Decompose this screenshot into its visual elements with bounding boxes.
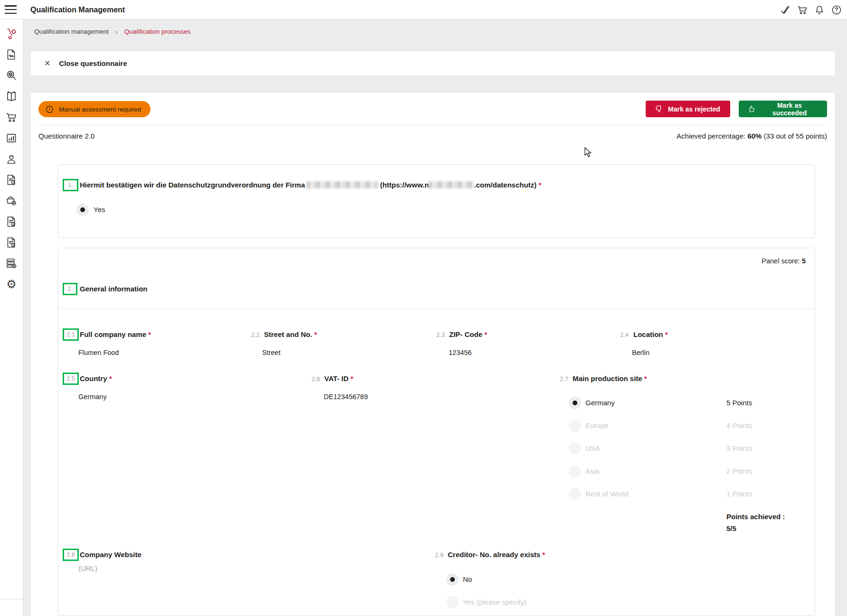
field-2-6-value: DE123456789 <box>324 392 368 401</box>
option-europe-points: 4 Points <box>726 421 752 430</box>
bell-icon[interactable] <box>813 4 825 16</box>
top-app-bar: Qualification Management <box>0 0 847 19</box>
option-usa-points: 3 Points <box>726 444 752 453</box>
points-achieved-label: Points achieved : <box>726 512 785 522</box>
option-europe-radio <box>569 420 581 432</box>
field-2-3-number: 2.3 <box>436 331 445 338</box>
mark-as-succeeded-button[interactable]: Mark as succeeded <box>739 101 827 117</box>
field-2-2-number: 2.2 <box>251 331 260 338</box>
sidebar-item-basket-clock-icon[interactable] <box>0 193 23 209</box>
breadcrumb: Qualification management › Qualification… <box>34 26 190 37</box>
chevron-right-icon: › <box>115 28 118 36</box>
option-germany-points: 5 Points <box>726 398 752 408</box>
option-yes-specify-label: Yes (please specify) <box>463 597 527 607</box>
field-2-1-number: 2.1 <box>63 328 79 341</box>
field-2-1-value: Flumen Food <box>78 348 119 357</box>
sidebar-item-gear-icon[interactable]: ⚙ <box>0 276 23 292</box>
achieved-percentage: Achieved percentage: 60% (33 out of 55 p… <box>677 132 827 140</box>
question-2-8-label: Company Website <box>80 550 141 560</box>
question-2-8-hint: (URL) <box>78 564 97 573</box>
mark-as-rejected-button[interactable]: Mark as rejected <box>646 101 730 117</box>
section-2-number-marker: 2. <box>63 283 77 295</box>
panel-score-value: 5 <box>802 257 806 265</box>
close-questionnaire-bar[interactable]: ✕ Close questionnaire <box>31 51 835 75</box>
field-2-3-label: ZIP- Code * <box>449 330 487 339</box>
svg-text:§: § <box>12 222 14 225</box>
option-rest-of-world-points: 1 Points <box>726 489 752 499</box>
divider <box>38 125 827 125</box>
redacted-company-name <box>307 181 378 188</box>
svg-text:§: § <box>12 243 14 246</box>
question-2-8-number: 2.8 <box>63 549 79 561</box>
question-1-text: Hiermit bestätigen wir die Datenschutzgr… <box>80 179 541 191</box>
question-2-9-number: 2.9 <box>435 551 443 559</box>
sidebar-item-procurement-dolly-icon[interactable] <box>0 26 23 42</box>
option-europe-label: Europe <box>585 421 608 430</box>
svg-text:%: % <box>12 180 15 184</box>
field-2-6-label: VAT- ID * <box>324 374 353 383</box>
sidebar-item-contract-handshake-icon[interactable] <box>0 47 23 63</box>
field-2-4-number: 2.4 <box>620 331 629 338</box>
sidebar-item-document-percent-icon[interactable]: % <box>0 172 23 188</box>
sidebar-item-document-paragraph-2-icon[interactable]: § <box>0 234 23 251</box>
sidebar-divider <box>0 599 23 599</box>
sidebar-item-user-icon[interactable] <box>0 151 23 167</box>
section-2-card: Panel score: 5 2. General information 2.… <box>58 248 815 616</box>
option-rest-of-world-radio <box>569 488 581 500</box>
question-1-yes-radio[interactable] <box>76 204 89 216</box>
help-icon[interactable] <box>830 4 842 16</box>
sidebar-item-list-check-icon[interactable] <box>0 255 23 271</box>
sidebar-item-product-search-icon[interactable] <box>0 67 23 84</box>
field-2-5-number: 2.5 <box>63 373 79 385</box>
alert-icon <box>45 105 54 114</box>
field-2-1-label: Full company name * <box>80 330 151 339</box>
question-2-7-number: 2.7 <box>560 375 568 383</box>
question-1-card: 1. Hiermit bestätigen wir die Datenschut… <box>58 164 815 238</box>
field-2-2-value: Street <box>262 348 281 357</box>
sidebar-item-bar-chart-icon[interactable] <box>0 130 23 146</box>
option-germany-radio[interactable] <box>569 397 581 409</box>
status-badge-label: Manual assessment required <box>59 106 141 113</box>
question-2-7-label: Main production site * <box>573 374 647 383</box>
mark-as-succeeded-label: Mark as succeeded <box>761 102 819 117</box>
required-asterisk: * <box>538 181 541 189</box>
field-2-5-label: Country * <box>80 374 112 383</box>
sidebar-item-document-paragraph-icon[interactable]: § <box>0 214 23 230</box>
thumbs-down-icon <box>654 104 663 113</box>
option-asia-points: 2 Points <box>726 467 752 476</box>
topbar-actions <box>779 0 842 19</box>
question-1-yes-label: Yes <box>94 205 105 215</box>
option-no-label: No <box>463 575 472 584</box>
achieved-percentage-value: 60% <box>747 132 762 140</box>
sidebar-item-catalog-book-icon[interactable] <box>0 88 23 104</box>
field-2-4-label: Location * <box>633 330 668 339</box>
checkmark-icon[interactable] <box>779 4 791 16</box>
option-usa-label: USA <box>585 444 600 453</box>
menu-icon[interactable] <box>5 5 17 14</box>
close-questionnaire-label: Close questionnaire <box>59 59 127 67</box>
mark-as-rejected-label: Mark as rejected <box>668 105 720 113</box>
thumbs-up-icon <box>747 104 756 113</box>
points-achieved-value: 5/5 <box>726 524 736 533</box>
question-2-9-label: Creditor- No. already exists * <box>448 550 545 560</box>
field-2-4-value: Berlin <box>632 348 649 357</box>
questionnaire-title: Questionnaire 2.0 <box>38 132 94 140</box>
option-yes-specify-radio <box>446 596 459 608</box>
option-asia-radio <box>569 465 581 477</box>
section-2-title: General information <box>80 283 148 295</box>
option-asia-label: Asia <box>585 467 599 476</box>
option-no-radio[interactable] <box>446 573 459 586</box>
cart-icon[interactable] <box>796 4 808 16</box>
field-2-2-label: Street and No. * <box>264 330 317 339</box>
option-usa-radio <box>569 442 581 455</box>
sidebar: % § § ⚙ <box>0 19 23 616</box>
sidebar-item-shopping-cart-icon[interactable] <box>0 109 23 125</box>
field-2-6-number: 2.6 <box>311 375 320 383</box>
app-title: Qualification Management <box>30 0 125 19</box>
panel-score: Panel score: 5 <box>762 257 806 265</box>
close-icon[interactable]: ✕ <box>44 59 50 68</box>
option-germany-label: Germany <box>585 398 615 408</box>
questionnaire-panel: Manual assessment required Mark as rejec… <box>31 93 835 616</box>
status-badge: Manual assessment required <box>38 101 151 117</box>
breadcrumb-parent[interactable]: Qualification management <box>34 28 109 35</box>
